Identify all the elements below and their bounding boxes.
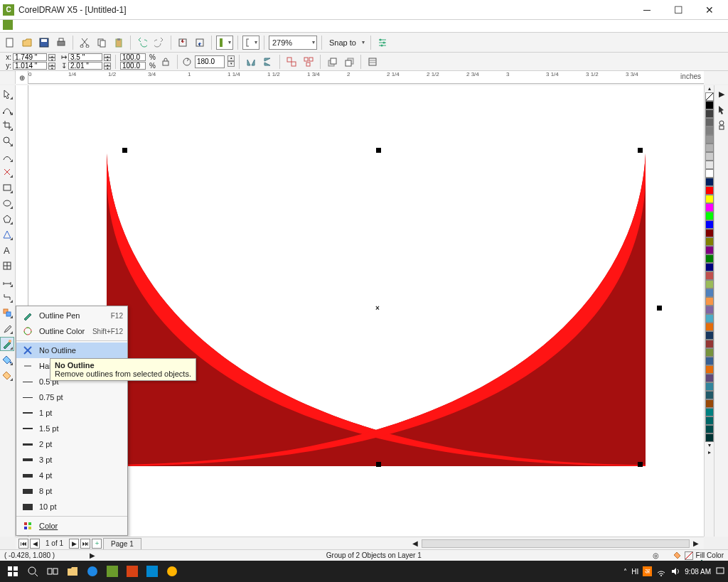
selection-handle-tr[interactable] (638, 148, 643, 153)
color-swatch[interactable] (705, 109, 714, 118)
options-button[interactable] (375, 36, 390, 50)
color-swatch[interactable] (705, 237, 714, 246)
shape-tool[interactable] (0, 102, 14, 117)
freehand-tool[interactable] (0, 149, 14, 163)
basic-shapes-tool[interactable] (0, 227, 14, 242)
minimize-button[interactable]: ─ (631, 0, 663, 20)
snapshot-icon[interactable]: ◎ (653, 551, 659, 559)
ungroup-all-button[interactable] (301, 55, 316, 69)
edge-taskbar-icon[interactable] (82, 561, 102, 581)
color-swatch[interactable] (705, 186, 714, 195)
rot-spinner[interactable]: ▴▾ (228, 55, 235, 68)
color-swatch[interactable] (705, 220, 714, 229)
color-swatch[interactable] (705, 169, 714, 178)
docker-object-manager[interactable] (714, 102, 728, 117)
text-tool[interactable]: A (0, 243, 14, 257)
color-swatch[interactable] (705, 391, 714, 399)
start-button[interactable] (3, 561, 23, 581)
w-spinner[interactable]: ▴▾ (104, 54, 111, 61)
y-spinner[interactable]: ▴▾ (48, 63, 55, 70)
docker-properties[interactable] (714, 118, 728, 132)
outline-4pt-item[interactable]: 4 pt (16, 468, 127, 483)
selection-handle-mr[interactable] (657, 306, 662, 311)
redo-button[interactable] (152, 36, 166, 50)
page-1-tab[interactable]: Page 1 (103, 538, 141, 549)
x-input[interactable] (13, 53, 47, 61)
outline-10pt-item[interactable]: 10 pt (16, 499, 127, 514)
color-swatch[interactable] (705, 195, 714, 203)
new-button[interactable] (3, 36, 17, 50)
cut-button[interactable] (77, 36, 92, 50)
tray-clock[interactable]: 9:08 AM (685, 568, 711, 576)
tray-lang2[interactable]: अ (643, 566, 652, 576)
outline-075pt-item[interactable]: 0.75 pt (16, 389, 127, 405)
color-swatch[interactable] (705, 203, 714, 212)
interactive-fill-tool[interactable] (0, 368, 14, 382)
tray-volume-icon[interactable] (670, 566, 680, 576)
explorer-taskbar-icon[interactable] (63, 561, 82, 581)
table-tool[interactable] (0, 259, 14, 273)
color-swatch[interactable] (705, 323, 714, 331)
tray-chevron[interactable]: ˄ (623, 568, 627, 576)
color-swatch[interactable] (705, 425, 714, 433)
color-swatch[interactable] (705, 314, 714, 323)
zoom-dropdown[interactable]: 279% (269, 36, 317, 50)
selection-handle-tc[interactable] (376, 148, 381, 153)
print-button[interactable] (54, 36, 68, 50)
color-swatch[interactable] (705, 280, 714, 289)
selection-handle-tl[interactable] (122, 148, 127, 153)
paste-button[interactable] (112, 36, 126, 50)
canvas[interactable]: × (28, 85, 704, 537)
swatch-none[interactable] (705, 92, 714, 101)
color-swatch[interactable] (705, 340, 714, 348)
interactive-tool[interactable] (0, 306, 14, 320)
color-swatch[interactable] (705, 152, 714, 161)
y-input[interactable] (13, 62, 47, 70)
coreldraw-taskbar-icon[interactable] (102, 561, 122, 581)
color-swatch[interactable] (705, 118, 714, 126)
outline-8pt-item[interactable]: 8 pt (16, 483, 127, 499)
smart-fill-tool[interactable] (0, 165, 14, 179)
color-swatch[interactable] (705, 161, 714, 169)
color-swatch[interactable] (705, 416, 714, 425)
color-swatch[interactable] (705, 135, 714, 144)
page-prev-button[interactable]: ◀ (30, 539, 40, 549)
undo-button[interactable] (135, 36, 149, 50)
outline-3pt-item[interactable]: 3 pt (16, 452, 127, 468)
outline-1pt-item[interactable]: 1 pt (16, 405, 127, 421)
lock-ratio-button[interactable] (159, 55, 173, 69)
status-next-icon[interactable]: ▶ (90, 551, 95, 559)
color-dialog-item[interactable]: Color (16, 518, 127, 534)
fill-tool[interactable] (0, 352, 14, 367)
color-swatch[interactable] (705, 433, 714, 442)
color-swatch[interactable] (705, 246, 714, 254)
ruler-horizontal[interactable]: inches 01/41/23/411 1/41 1/21 3/422 1/42… (28, 71, 704, 84)
color-swatch[interactable] (705, 229, 714, 237)
color-swatch[interactable] (705, 382, 714, 391)
palette-flyout-arrow[interactable]: ▸ (705, 449, 714, 456)
wrap-button[interactable] (365, 55, 380, 69)
app5-taskbar-icon[interactable] (142, 561, 162, 581)
width-input[interactable] (68, 53, 102, 61)
color-swatch[interactable] (705, 408, 714, 416)
app4-taskbar-icon[interactable] (122, 561, 142, 581)
tray-notifications-icon[interactable] (715, 566, 725, 576)
color-swatch[interactable] (705, 126, 714, 135)
outline-tool[interactable] (0, 337, 14, 351)
app6-taskbar-icon[interactable] (162, 561, 182, 581)
rectangle-tool[interactable] (0, 180, 14, 195)
outline-pen-item[interactable]: Outline Pen F12 (16, 308, 127, 323)
color-swatch[interactable] (705, 263, 714, 271)
save-button[interactable] (37, 36, 51, 50)
scale-w-input[interactable] (120, 53, 146, 61)
zoom-tool[interactable] (0, 134, 14, 148)
app-launcher-dropdown[interactable] (216, 36, 233, 50)
color-swatch[interactable] (705, 271, 714, 280)
outline-2pt-item[interactable]: 2 pt (16, 436, 127, 452)
color-swatch[interactable] (705, 101, 714, 109)
to-front-button[interactable] (325, 55, 339, 69)
no-outline-item[interactable]: No Outline (16, 343, 127, 358)
color-swatch[interactable] (705, 399, 714, 408)
ungroup-button[interactable] (284, 55, 299, 69)
eyedropper-tool[interactable] (0, 321, 14, 335)
